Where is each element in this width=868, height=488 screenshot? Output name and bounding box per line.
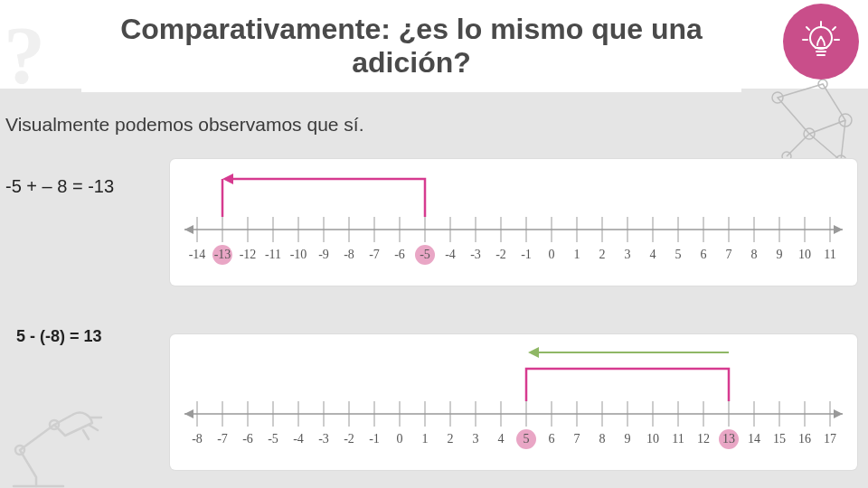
svg-text:5: 5	[675, 248, 682, 261]
svg-marker-12	[184, 225, 193, 234]
svg-text:0: 0	[549, 248, 555, 261]
svg-text:1: 1	[422, 432, 429, 446]
svg-text:-8: -8	[344, 248, 354, 261]
number-line-1: -14-13-12-11-10-9-8-7-6-5-4-3-2-10123456…	[170, 159, 857, 286]
svg-text:-10: -10	[290, 248, 307, 261]
svg-text:1: 1	[574, 248, 580, 261]
svg-text:4: 4	[498, 432, 505, 446]
svg-text:3: 3	[473, 432, 479, 446]
svg-text:-5: -5	[268, 432, 278, 446]
svg-text:-1: -1	[521, 248, 532, 261]
svg-text:-2: -2	[344, 432, 354, 446]
svg-text:-7: -7	[369, 248, 380, 261]
svg-text:5: 5	[524, 432, 530, 446]
subtitle-text: Visualmente podemos observamos que sí.	[5, 114, 364, 136]
svg-marker-124	[528, 347, 539, 358]
svg-marker-66	[222, 174, 233, 184]
lightbulb-icon	[797, 18, 844, 65]
svg-text:16: 16	[798, 432, 811, 446]
svg-text:11: 11	[672, 432, 684, 446]
page-title: Comparativamente: ¿es lo mismo que una a…	[81, 13, 741, 80]
svg-text:-4: -4	[293, 432, 304, 446]
svg-text:7: 7	[726, 248, 732, 261]
svg-text:-9: -9	[318, 248, 329, 261]
svg-marker-13	[834, 225, 843, 234]
desk-lamp-icon	[0, 380, 108, 488]
svg-text:-3: -3	[470, 248, 481, 261]
svg-text:14: 14	[748, 432, 760, 446]
svg-text:8: 8	[599, 432, 606, 446]
svg-text:-11: -11	[265, 248, 281, 261]
svg-text:8: 8	[751, 248, 758, 261]
svg-marker-70	[184, 409, 193, 418]
title-card: Comparativamente: ¿es lo mismo que una a…	[81, 0, 741, 92]
svg-text:-6: -6	[242, 432, 253, 446]
svg-text:3: 3	[625, 248, 631, 261]
svg-text:2: 2	[448, 432, 454, 446]
number-line-2: -8-7-6-5-4-3-2-1012345678910111213141516…	[170, 334, 857, 470]
svg-text:6: 6	[701, 248, 707, 261]
svg-text:9: 9	[777, 248, 783, 261]
svg-text:-14: -14	[189, 248, 206, 261]
svg-text:-12: -12	[240, 248, 257, 261]
svg-text:9: 9	[625, 432, 631, 446]
svg-text:13: 13	[722, 432, 735, 446]
svg-text:15: 15	[773, 432, 786, 446]
svg-text:12: 12	[697, 432, 710, 446]
svg-text:-2: -2	[495, 248, 506, 261]
svg-text:-1: -1	[369, 432, 380, 446]
svg-text:7: 7	[574, 432, 580, 446]
svg-text:-4: -4	[445, 248, 456, 261]
svg-text:2: 2	[599, 248, 606, 261]
svg-text:11: 11	[824, 248, 835, 261]
svg-text:-3: -3	[318, 432, 329, 446]
svg-text:17: 17	[824, 432, 836, 446]
svg-text:6: 6	[549, 432, 555, 446]
svg-text:-13: -13	[214, 248, 231, 261]
bulb-badge	[783, 4, 859, 80]
equation-2: 5 - (-8) = 13	[16, 327, 102, 346]
svg-text:10: 10	[646, 432, 659, 446]
svg-text:-7: -7	[217, 432, 228, 446]
svg-marker-71	[834, 409, 843, 418]
question-mark-deco: ?	[4, 7, 45, 103]
svg-text:-8: -8	[192, 432, 203, 446]
svg-text:4: 4	[650, 248, 656, 261]
svg-text:-6: -6	[394, 248, 405, 261]
svg-text:10: 10	[798, 248, 811, 261]
equation-1: -5 + – 8 = -13	[5, 176, 114, 197]
svg-text:0: 0	[397, 432, 403, 446]
svg-text:-5: -5	[420, 248, 430, 261]
